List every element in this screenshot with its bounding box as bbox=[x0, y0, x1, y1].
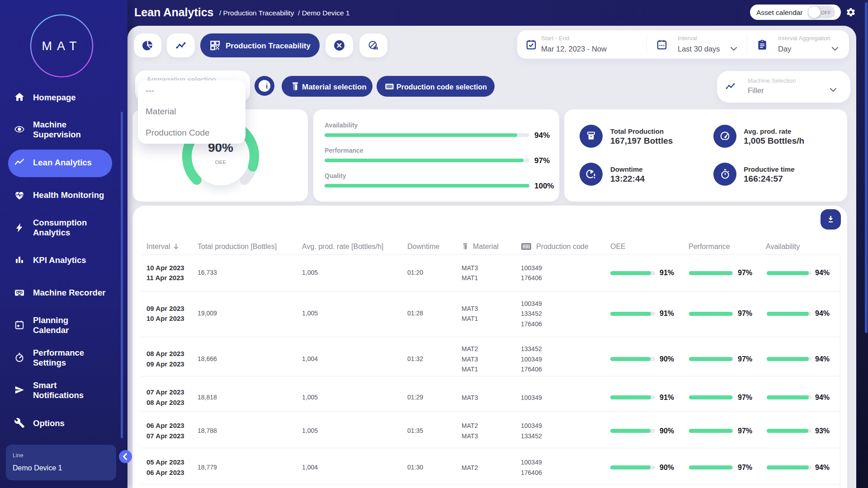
svg-text:MAT: MAT bbox=[42, 39, 82, 53]
